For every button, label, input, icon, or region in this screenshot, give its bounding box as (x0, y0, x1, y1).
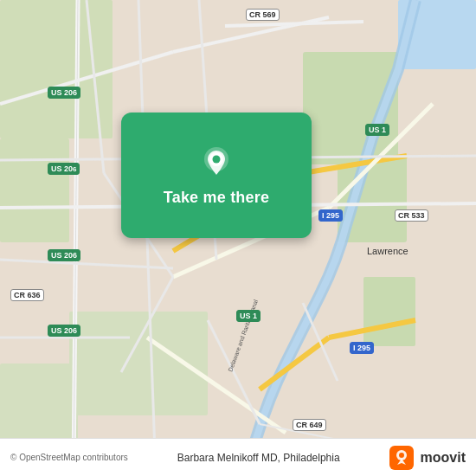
bottom-bar: © OpenStreetMap contributors Barbara Mel… (0, 438, 476, 476)
svg-rect-2 (0, 138, 69, 242)
svg-rect-8 (363, 277, 415, 346)
map: Delaware and Raritan Canal US 206 US 206… (0, 0, 476, 476)
road-badge-i295-1: I 295 (318, 209, 343, 222)
moovit-app-name: moovit (421, 450, 466, 466)
moovit-logo: moovit (389, 446, 466, 470)
moovit-icon (389, 446, 414, 470)
road-badge-cr649: CR 649 (293, 419, 326, 431)
location-text: Barbara Melnikoff MD, Philadelphia (177, 452, 340, 464)
road-badge-cr569: CR 569 (246, 9, 280, 21)
map-svg: Delaware and Raritan Canal (0, 0, 476, 476)
road-badge-cr533: CR 533 (395, 209, 428, 222)
road-badge-i295-2: I 295 (350, 342, 374, 354)
cta-label: Take me there (164, 189, 269, 207)
take-me-there-button[interactable]: Take me there (121, 113, 312, 238)
road-badge-us206-2: US 206 (48, 163, 80, 175)
attribution-text: © OpenStreetMap contributors (10, 453, 128, 462)
road-badge-cr636: CR 636 (10, 289, 44, 301)
road-badge-us1-1: US 1 (236, 310, 261, 322)
location-pin-icon (197, 144, 235, 182)
road-badge-us206-3: US 206 (48, 249, 80, 261)
svg-point-40 (399, 453, 404, 458)
location-info: Barbara Melnikoff MD, Philadelphia (128, 452, 389, 464)
attribution: © OpenStreetMap contributors (10, 453, 128, 462)
road-badge-us1-2: US 1 (365, 124, 389, 136)
svg-rect-1 (0, 0, 113, 138)
road-badge-us206-1: US 206 (48, 87, 80, 99)
svg-point-37 (213, 156, 221, 164)
road-badge-us206-4: US 206 (48, 325, 80, 337)
town-label-lawrence: Lawrence (367, 246, 408, 256)
